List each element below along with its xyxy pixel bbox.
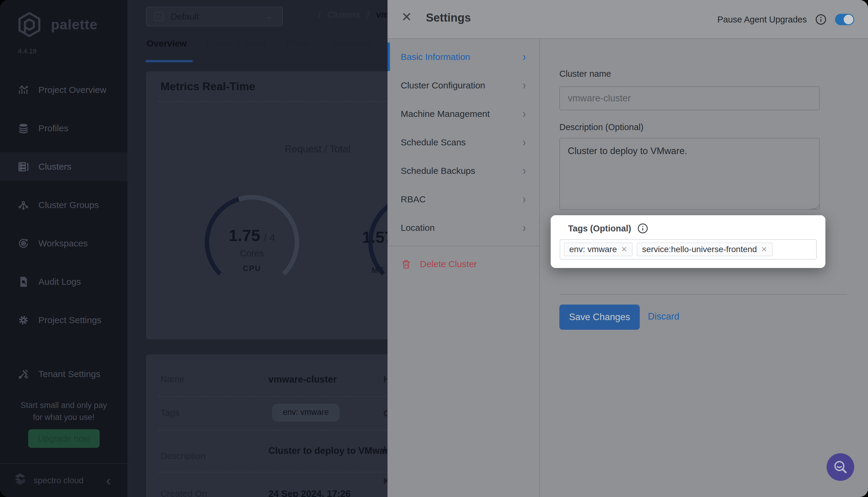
settings-nav-schedule-backups[interactable]: Schedule Backups ›: [388, 156, 539, 185]
pause-agent-upgrades-group: Pause Agent Upgrades: [717, 0, 854, 39]
close-icon[interactable]: ✕: [401, 11, 412, 23]
cpu-value: 1.75: [229, 226, 260, 245]
request-total-label: Request / Total: [285, 143, 351, 155]
nav-item-label: Machine Management: [401, 109, 490, 119]
tab-workloads[interactable]: Workloads: [332, 38, 374, 58]
upgrade-now-button[interactable]: Upgrade now: [28, 429, 100, 448]
app-version: 4.4.19: [18, 47, 36, 55]
info-icon[interactable]: [815, 13, 827, 26]
settings-nav-rbac[interactable]: RBAC ›: [388, 185, 539, 213]
project-chart-icon: [153, 11, 165, 22]
doc-search-icon: [17, 276, 29, 288]
chevron-right-icon: ›: [522, 221, 526, 235]
magnifier-smile-icon: [832, 459, 849, 475]
detail-label-created-on: Created On: [160, 488, 207, 497]
settings-nav-location[interactable]: Location ›: [388, 213, 539, 242]
tag-text: env: vmware: [569, 245, 617, 254]
chevron-right-icon: ›: [522, 79, 526, 92]
sidebar-item-project-overview[interactable]: Project Overview: [0, 75, 127, 104]
tab-usage-costs[interactable]: Usage & Costs: [206, 38, 266, 58]
nav-item-label: RBAC: [401, 194, 425, 204]
chevron-right-icon: ›: [522, 107, 526, 120]
tag-chip-env-vmware: env: vmware: [272, 404, 339, 422]
info-icon[interactable]: [637, 223, 649, 235]
sidebar-item-label: Profiles: [38, 123, 68, 133]
remove-tag-icon[interactable]: ✕: [761, 245, 767, 254]
chevron-down-icon: ⌄: [265, 13, 274, 20]
tags-spotlight: Tags (Optional) env: vmware ✕ service:he…: [551, 215, 825, 268]
settings-nav-machine-management[interactable]: Machine Management ›: [388, 100, 539, 128]
chevron-right-icon: ›: [522, 164, 526, 178]
sidebar-nav: Project Overview Profiles Clusters Clust…: [0, 75, 127, 398]
cluster-name-input[interactable]: [559, 86, 820, 110]
project-selector[interactable]: Default ⌄: [146, 6, 283, 26]
sidebar-item-audit-logs[interactable]: Audit Logs: [0, 267, 127, 296]
spectro-cloud-logo-icon: [11, 471, 29, 490]
upgrade-promo: Start small and only pay for what you us…: [0, 399, 127, 448]
promo-line2: for what you use!: [0, 411, 127, 423]
sidebar-item-workspaces[interactable]: Workspaces: [0, 229, 127, 258]
trash-icon: [401, 259, 411, 269]
cpu-gauge: 1.75 / 4 Cores: [195, 185, 309, 299]
tags-input-field[interactable]: env: vmware ✕ service:hello-universe-fro…: [560, 239, 817, 259]
sidebar-footer: spectro cloud ‹: [0, 464, 127, 497]
nav-item-label: Location: [401, 223, 435, 233]
sidebar-item-label: Audit Logs: [38, 277, 81, 287]
cpu-label: CPU: [195, 264, 309, 273]
nav-item-label: Schedule Backups: [401, 166, 475, 176]
palette-logo: palette: [16, 11, 97, 38]
basic-information-form: Cluster name Description (Optional) Clus…: [540, 39, 868, 497]
tab-profile[interactable]: Profile: [286, 38, 312, 58]
save-changes-button[interactable]: Save Changes: [559, 304, 640, 330]
nav-item-label: Basic Information: [401, 52, 470, 62]
settings-nav-schedule-scans[interactable]: Schedule Scans ›: [388, 128, 539, 156]
sidebar-item-label: Tenant Settings: [38, 369, 100, 379]
promo-line1: Start small and only pay: [0, 399, 127, 411]
settings-nav-basic-information[interactable]: Basic Information ›: [388, 43, 539, 71]
sidebar-item-project-settings[interactable]: Project Settings: [0, 306, 127, 335]
sidebar-item-clusters[interactable]: Clusters: [0, 152, 127, 181]
breadcrumb-separator: /: [318, 10, 321, 20]
spectro-cloud-brand: spectro cloud: [33, 476, 84, 485]
network-icon: [17, 199, 29, 211]
sidebar-item-label: Clusters: [38, 161, 71, 172]
sidebar: palette 4.4.19 Project Overview Profiles: [0, 0, 127, 497]
gear-icon: [17, 314, 29, 326]
settings-drawer: ✕ Settings Pause Agent Upgrades Basic In…: [388, 0, 868, 497]
chevron-right-icon: ›: [522, 193, 526, 206]
description-label: Description (Optional): [559, 122, 643, 132]
sidebar-item-cluster-groups[interactable]: Cluster Groups: [0, 191, 127, 219]
description-textarea[interactable]: Cluster to deploy to VMware.: [559, 138, 820, 210]
pause-agent-upgrades-toggle[interactable]: [835, 14, 854, 25]
delete-cluster-button[interactable]: Delete Cluster: [388, 246, 539, 282]
active-tab-underline: [145, 60, 193, 62]
project-selector-value: Default: [171, 11, 199, 22]
detail-value-created-on: 24 Sep 2024, 17:26: [268, 488, 351, 497]
layers-icon: [17, 122, 29, 134]
sidebar-collapse-icon[interactable]: ‹: [106, 474, 111, 487]
tag-text: service:hello-universe-frontend: [642, 245, 757, 254]
sidebar-item-label: Project Overview: [38, 85, 107, 95]
nav-item-label: Schedule Scans: [401, 137, 466, 147]
tab-overview[interactable]: Overview: [147, 38, 186, 58]
bar-chart-icon: [17, 84, 29, 96]
sidebar-item-profiles[interactable]: Profiles: [0, 114, 127, 143]
palette-wordmark: palette: [51, 16, 97, 33]
sidebar-item-tenant-settings[interactable]: Tenant Settings: [0, 360, 127, 388]
sidebar-item-label: Project Settings: [38, 315, 101, 325]
tools-icon: [17, 368, 29, 380]
pause-agent-upgrades-label: Pause Agent Upgrades: [717, 15, 807, 25]
tag-chip-service-hello-universe-frontend: service:hello-universe-frontend ✕: [637, 242, 773, 256]
cluster-name-label: Cluster name: [559, 69, 611, 79]
sidebar-item-label: Workspaces: [38, 238, 88, 248]
breadcrumb-clusters-link[interactable]: Clusters: [327, 10, 360, 20]
help-search-button[interactable]: [827, 453, 854, 481]
discard-button[interactable]: Discard: [648, 311, 680, 322]
chevron-right-icon: ›: [522, 50, 526, 63]
cluster-tabs: Overview Usage & Costs Profile Workloads: [147, 38, 374, 58]
settings-nav-cluster-configuration[interactable]: Cluster Configuration ›: [388, 71, 539, 100]
tags-label: Tags (Optional): [568, 224, 631, 233]
detail-label-tags: Tags: [160, 408, 179, 418]
remove-tag-icon[interactable]: ✕: [621, 245, 627, 254]
form-divider: [559, 294, 847, 295]
